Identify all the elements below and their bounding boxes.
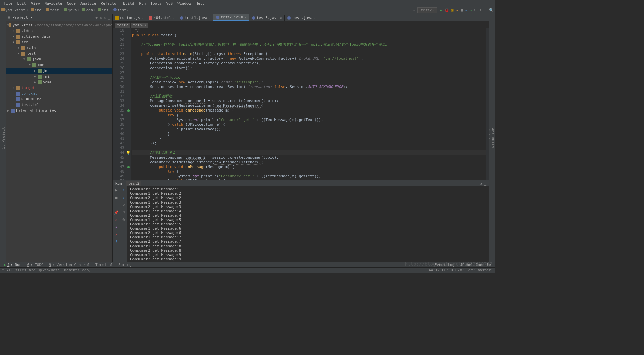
rail-7Structure[interactable]: 7: Structure xyxy=(0,122,1,154)
print-icon[interactable]: ⎙ xyxy=(120,209,127,216)
console-output[interactable]: Consumer2 get Message:1Consumer1 get Mes… xyxy=(127,186,489,262)
tree-item-activemq-data[interactable]: ▶activemq-data xyxy=(6,34,112,39)
wrap-icon[interactable]: ⤶ xyxy=(120,201,127,209)
close-icon[interactable]: × xyxy=(173,16,174,20)
run-config-selector[interactable]: test2▾ xyxy=(417,7,437,13)
tab-test3.java[interactable]: test3.java× xyxy=(249,15,285,21)
tree-item-test.iml[interactable]: test.iml xyxy=(6,102,112,108)
tree-item-rmi[interactable]: ▶rmi xyxy=(6,74,112,79)
tree-item-yaml-test[interactable]: ▼yaml-test/media/simon/data/software/wor… xyxy=(6,22,112,28)
close-tab-icon[interactable]: ✕ xyxy=(113,231,120,238)
up-icon[interactable]: ↑ xyxy=(120,186,127,194)
run-hide-icon[interactable]: _ xyxy=(484,181,486,186)
run-settings-icon[interactable]: ⚙ xyxy=(480,181,482,186)
menu-analyze[interactable]: Analyze xyxy=(78,1,98,6)
coverage-icon[interactable]: ▣ xyxy=(451,8,454,12)
tree-item-target[interactable]: ▶target xyxy=(6,85,112,91)
tab-custom.js[interactable]: custom.js× xyxy=(113,15,146,21)
tab-404.html[interactable]: 404.html× xyxy=(146,15,177,21)
tree-item-pom.xml[interactable]: pom.xml xyxy=(6,91,112,96)
menu-refactor[interactable]: Refactor xyxy=(98,1,121,6)
stop-icon[interactable]: ■ xyxy=(461,8,463,12)
run-icon[interactable]: ▶ xyxy=(440,8,442,12)
bottom-tab-Terminal[interactable]: Terminal xyxy=(93,263,116,267)
breadcrumb-test[interactable]: test xyxy=(46,8,59,12)
close-icon[interactable]: × xyxy=(209,16,210,20)
menu-vcs[interactable]: VCS xyxy=(164,1,175,6)
tree-item-src[interactable]: ▼src xyxy=(6,39,112,45)
tree-item-yaml[interactable]: ▶yaml xyxy=(6,79,112,85)
vcs-history-icon[interactable]: ↻ xyxy=(474,8,477,12)
settings-icon[interactable]: ⚙ xyxy=(104,15,106,20)
clear-icon[interactable]: 🗑 xyxy=(120,216,127,223)
tab-test.java[interactable]: test.java× xyxy=(285,15,318,21)
vcs-revert-icon[interactable]: ↺ xyxy=(479,8,481,12)
breadcrumb-test2[interactable]: test2 xyxy=(113,8,128,12)
bottom-tab-Spring[interactable]: Spring xyxy=(116,263,135,267)
close-icon[interactable]: × xyxy=(280,16,282,20)
console-line: Consumer2 get Message:7 xyxy=(130,239,486,244)
breadcrumb-com[interactable]: com xyxy=(82,8,93,12)
breadcrumb-jms[interactable]: jms xyxy=(98,8,108,12)
menu-tools[interactable]: Tools xyxy=(148,1,164,6)
menu-view[interactable]: View xyxy=(29,1,42,6)
autoscroll-icon[interactable]: ⊕ xyxy=(96,15,98,20)
stop-button[interactable]: ■ xyxy=(113,194,120,201)
error-stripe[interactable] xyxy=(486,28,489,180)
tree-item-README.md[interactable]: README.md xyxy=(6,96,112,102)
bottom-tab-VersionControl[interactable]: 9: Version Control xyxy=(46,263,93,267)
menu-edit[interactable]: Edit xyxy=(15,1,29,6)
close-icon[interactable]: × xyxy=(314,16,315,20)
profile-icon[interactable]: ✦ xyxy=(456,8,458,12)
menu-code[interactable]: Code xyxy=(64,1,78,6)
project-tree[interactable]: ▼yaml-test/media/simon/data/software/wor… xyxy=(6,21,112,262)
pin-icon[interactable]: 📌 xyxy=(113,209,120,216)
breadcrumb-yaml-test[interactable]: yaml-test xyxy=(1,8,25,12)
collapse-icon[interactable]: ⇲ xyxy=(100,15,102,20)
bottom-tab-TODO[interactable]: 6: TODO xyxy=(24,263,46,267)
vcs-commit-icon[interactable]: ↗ xyxy=(470,8,472,12)
rail-AntBuild[interactable]: Ant Build xyxy=(491,125,495,151)
close-icon[interactable]: × xyxy=(142,16,143,20)
code-area[interactable]: 1819202122232425262728293031323334353637… xyxy=(113,28,489,180)
tree-item-java[interactable]: ▼java xyxy=(6,56,112,62)
vcs-update-icon[interactable]: ↙ xyxy=(465,8,468,12)
menu-help[interactable]: Help xyxy=(193,1,207,6)
tab-test2.java[interactable]: test2.java× xyxy=(213,14,249,21)
menu-run[interactable]: Run xyxy=(137,1,148,6)
rerun-icon[interactable]: ▶ xyxy=(113,186,120,194)
status-right: 44:17 LF: UTF-8: Git: master: xyxy=(429,268,493,272)
close-icon[interactable]: × xyxy=(244,16,246,19)
jr-icon[interactable]: ✦ xyxy=(113,223,120,231)
menu-build[interactable]: Build xyxy=(121,1,137,6)
menu-navigate[interactable]: Navigate xyxy=(42,1,65,6)
tree-item-test[interactable]: ▼test xyxy=(6,51,112,56)
close-run-icon[interactable]: ✕ xyxy=(113,216,120,223)
menu-window[interactable]: Window xyxy=(175,1,193,6)
help-icon[interactable]: ? xyxy=(113,238,120,246)
make-icon[interactable]: ⬇︎ xyxy=(413,8,415,12)
tree-item-jms[interactable]: ▶jms xyxy=(6,68,112,74)
tree-item-main[interactable]: ▶main xyxy=(6,45,112,51)
rail-1Project[interactable]: 1: Project xyxy=(1,124,6,152)
tree-item-com[interactable]: ▼com xyxy=(6,62,112,68)
breadcrumb-java[interactable]: java xyxy=(64,8,77,12)
search-icon[interactable]: 🔍 xyxy=(489,8,494,12)
status-lock-icon[interactable]: ☐ xyxy=(2,268,4,272)
status-bar: ☐ All files are up-to-date (moments ago)… xyxy=(0,267,495,273)
breadcrumb-src[interactable]: src xyxy=(31,8,41,12)
code-text[interactable]: */public class test2 { //与Queue不同的是，Topi… xyxy=(131,28,486,180)
crumb-test2[interactable]: test2 xyxy=(115,23,130,28)
down-icon[interactable]: ↓ xyxy=(120,194,127,201)
layout-icon[interactable]: ☷ xyxy=(113,201,120,209)
tree-item-.idea[interactable]: ▶.idea xyxy=(6,28,112,34)
project-view-icon[interactable]: ▤ xyxy=(8,15,10,20)
menu-file[interactable]: File xyxy=(1,1,15,6)
debug-icon[interactable]: 🐞 xyxy=(444,8,449,12)
crumb-main()[interactable]: main() xyxy=(131,23,148,28)
hide-icon[interactable]: _ xyxy=(108,15,110,20)
structure-icon[interactable]: ☰ xyxy=(483,8,487,12)
bottom-tab-Run[interactable]: ▶4: Run xyxy=(1,263,24,267)
tab-test1.java[interactable]: test1.java× xyxy=(177,15,213,21)
tree-item-External Libraries[interactable]: ▶External Libraries xyxy=(6,108,112,114)
